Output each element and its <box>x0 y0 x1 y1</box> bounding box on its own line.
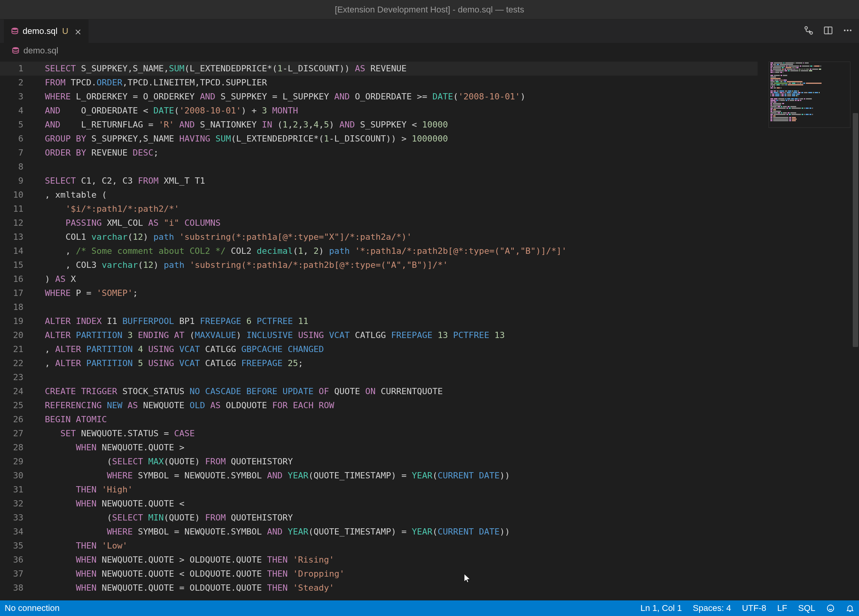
code-line[interactable]: SELECT C1, C2, C3 FROM XML_T T1 <box>45 174 758 188</box>
database-icon <box>11 27 19 35</box>
code-line[interactable] <box>45 370 758 384</box>
code-line[interactable]: WHEN NEWQUOTE.QUOTE = OLDQUOTE.QUOTE THE… <box>45 581 758 595</box>
scrollbar-thumb[interactable] <box>853 113 858 347</box>
code-line[interactable]: GROUP BY S_SUPPKEY,S_NAME HAVING SUM(L_E… <box>45 132 758 146</box>
line-number: 4 <box>0 104 39 118</box>
code-line[interactable]: THEN 'Low' <box>45 539 758 553</box>
svg-point-1 <box>805 27 808 29</box>
line-number: 24 <box>0 384 39 398</box>
line-number: 35 <box>0 539 39 553</box>
gutter: 1234567891011121314151617181920212223242… <box>0 58 39 595</box>
line-number: 15 <box>0 258 39 272</box>
code-line[interactable]: WHERE SYMBOL = NEWQUOTE.SYMBOL AND YEAR(… <box>45 525 758 539</box>
status-bar: No connection Ln 1, Col 1 Spaces: 4 UTF-… <box>0 600 859 616</box>
notifications-icon[interactable] <box>846 604 854 612</box>
code-line[interactable]: , /* Some comment about COL2 */ COL2 dec… <box>45 244 758 258</box>
code-line[interactable]: PASSING XML_COL AS "i" COLUMNS <box>45 216 758 230</box>
line-number: 18 <box>0 300 39 314</box>
window-title: [Extension Development Host] - demo.sql … <box>335 5 524 15</box>
code-line[interactable]: '$i/*:path1/*:path2/*' <box>45 202 758 216</box>
svg-point-6 <box>850 30 851 31</box>
code-line[interactable]: WHERE SYMBOL = NEWQUOTE.SYMBOL AND YEAR(… <box>45 469 758 483</box>
svg-point-5 <box>847 30 848 31</box>
status-encoding[interactable]: UTF-8 <box>742 603 766 613</box>
line-number: 38 <box>0 581 39 595</box>
code-line[interactable]: , COL3 varchar(12) path 'substring(*:pat… <box>45 258 758 272</box>
status-line-col[interactable]: Ln 1, Col 1 <box>641 603 682 613</box>
code-line[interactable]: , xmltable ( <box>45 188 758 202</box>
code-line[interactable]: AND O_ORDERDATE < DATE('2008-10-01') + 3… <box>45 104 758 118</box>
line-number: 26 <box>0 412 39 427</box>
svg-point-8 <box>827 605 834 612</box>
code-line[interactable]: WHEN NEWQUOTE.QUOTE > <box>45 441 758 455</box>
code-area[interactable]: SELECT S_SUPPKEY,S_NAME,SUM(L_EXTENDEDPR… <box>45 62 758 595</box>
line-number: 34 <box>0 525 39 539</box>
code-line[interactable]: FROM TPCD.ORDER,TPCD.LINEITEM,TPCD.SUPPL… <box>45 76 758 90</box>
code-line[interactable]: REFERENCING NEW AS NEWQUOTE OLD AS OLDQU… <box>45 398 758 412</box>
compare-changes-icon[interactable] <box>804 25 814 37</box>
code-line[interactable]: COL1 varchar(12) path 'substring(*:path1… <box>45 230 758 244</box>
tab-bar: demo.sql U <box>0 19 859 43</box>
line-number: 23 <box>0 370 39 384</box>
line-number: 31 <box>0 483 39 497</box>
status-language[interactable]: SQL <box>798 603 815 613</box>
title-bar: [Extension Development Host] - demo.sql … <box>0 0 859 19</box>
line-number: 11 <box>0 202 39 216</box>
code-line[interactable]: BEGIN ATOMIC <box>45 412 758 427</box>
editor[interactable]: 1234567891011121314151617181920212223242… <box>0 58 859 600</box>
status-connection[interactable]: No connection <box>5 603 60 613</box>
code-line[interactable] <box>45 300 758 314</box>
mouse-cursor-icon <box>463 573 471 584</box>
code-line[interactable]: (SELECT MAX(QUOTE) FROM QUOTEHISTORY <box>45 455 758 469</box>
status-spaces[interactable]: Spaces: 4 <box>693 603 731 613</box>
code-line[interactable]: ) AS X <box>45 272 758 286</box>
line-number: 16 <box>0 272 39 286</box>
line-number: 8 <box>0 160 39 174</box>
tab-demo-sql[interactable]: demo.sql U <box>4 19 89 43</box>
code-line[interactable]: , ALTER PARTITION 4 USING VCAT CATLGG GB… <box>45 342 758 356</box>
code-line[interactable]: WHEN NEWQUOTE.QUOTE < OLDQUOTE.QUOTE THE… <box>45 567 758 581</box>
code-line[interactable]: CREATE TRIGGER STOCK_STATUS NO CASCADE B… <box>45 384 758 398</box>
feedback-icon[interactable] <box>826 604 835 612</box>
code-line[interactable]: ALTER PARTITION 3 ENDING AT (MAXVALUE) I… <box>45 328 758 342</box>
code-line[interactable]: WHEN NEWQUOTE.QUOTE < <box>45 497 758 511</box>
code-line[interactable]: WHERE P = 'SOMEP'; <box>45 286 758 300</box>
line-number: 19 <box>0 314 39 328</box>
breadcrumb-file: demo.sql <box>23 46 58 56</box>
line-number: 2 <box>0 76 39 90</box>
line-number: 3 <box>0 90 39 104</box>
code-line[interactable]: SET NEWQUOTE.STATUS = CASE <box>45 427 758 441</box>
code-line[interactable]: SELECT S_SUPPKEY,S_NAME,SUM(L_EXTENDEDPR… <box>45 62 758 76</box>
close-icon[interactable] <box>75 28 82 35</box>
line-number: 33 <box>0 511 39 525</box>
breadcrumb[interactable]: demo.sql <box>0 43 859 58</box>
code-line[interactable]: WHERE L_ORDERKEY = O_ORDERKEY AND S_SUPP… <box>45 90 758 104</box>
code-line[interactable]: AND L_RETURNFLAG = 'R' AND S_NATIONKEY I… <box>45 118 758 132</box>
code-line[interactable]: THEN 'High' <box>45 483 758 497</box>
line-number: 32 <box>0 497 39 511</box>
status-eol[interactable]: LF <box>777 603 787 613</box>
code-line[interactable]: , ALTER PARTITION 5 USING VCAT CATLGG FR… <box>45 356 758 370</box>
more-actions-icon[interactable] <box>843 25 853 37</box>
code-line[interactable]: ALTER INDEX I1 BUFFERPOOL BP1 FREEPAGE 6… <box>45 314 758 328</box>
code-line[interactable]: WHEN NEWQUOTE.QUOTE > OLDQUOTE.QUOTE THE… <box>45 553 758 567</box>
split-editor-icon[interactable] <box>823 25 833 37</box>
svg-point-0 <box>12 28 18 30</box>
line-number: 13 <box>0 230 39 244</box>
line-number: 6 <box>0 132 39 146</box>
svg-point-7 <box>13 47 19 50</box>
scrollbar-track[interactable] <box>852 58 859 600</box>
line-number: 20 <box>0 328 39 342</box>
tab-actions <box>804 19 853 43</box>
code-line[interactable]: (SELECT MIN(QUOTE) FROM QUOTEHISTORY <box>45 511 758 525</box>
line-number: 25 <box>0 398 39 412</box>
line-number: 30 <box>0 469 39 483</box>
line-number: 12 <box>0 216 39 230</box>
code-line[interactable] <box>45 160 758 174</box>
line-number: 7 <box>0 146 39 160</box>
minimap[interactable] <box>768 62 850 128</box>
code-line[interactable]: ORDER BY REVENUE DESC; <box>45 146 758 160</box>
line-number: 27 <box>0 427 39 441</box>
line-number: 1 <box>0 62 39 76</box>
line-number: 5 <box>0 118 39 132</box>
